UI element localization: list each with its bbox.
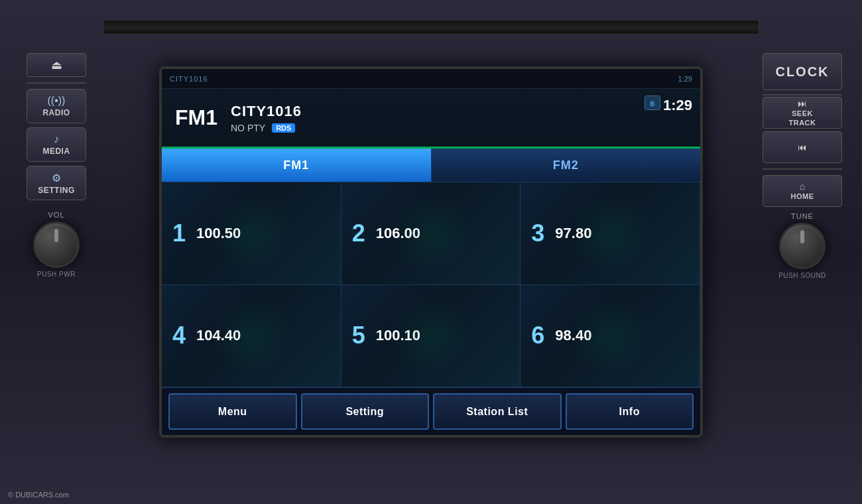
left-panel: ⏏ ((•)) RADIO ♪ MEDIA ⚙ SETTING VOL PUSH…	[13, 53, 99, 278]
right-btn-group: ⏭ SEEKTRACK ⏮ ⌂ HOME	[763, 97, 842, 207]
rds-badge: RDS	[272, 123, 295, 133]
station-name: CITY1016	[231, 103, 687, 120]
bluetooth-icon: ʙ	[645, 95, 660, 110]
screen-header: FM1 CITY1016 NO PTY RDS ʙ 1:29	[162, 89, 700, 149]
watermark: © DUBICARS.com	[8, 491, 69, 499]
radio-button[interactable]: ((•)) RADIO	[27, 89, 86, 123]
tune-knob[interactable]	[779, 223, 826, 269]
station-list-button[interactable]: Station List	[433, 393, 562, 430]
eject-button[interactable]: ⏏	[27, 53, 86, 77]
screen-top-bar: CITY1016 1:29	[162, 69, 700, 89]
divider-1	[27, 82, 86, 84]
preset-4[interactable]: 4 104.40	[162, 285, 341, 388]
seek-track-label: SEEKTRACK	[789, 109, 816, 127]
screen-content: FM1 FM2 1 100.50 2 106.00 3 97.80	[162, 149, 700, 435]
tab-fm1[interactable]: FM1	[162, 149, 431, 182]
tab-fm2[interactable]: FM2	[431, 149, 701, 182]
volume-knob[interactable]	[33, 221, 80, 268]
vol-label: VOL	[48, 211, 64, 219]
preset-freq-5: 100.10	[376, 327, 420, 344]
station-id-small: CITY1016	[170, 75, 208, 83]
no-pty-label: NO PTY	[231, 123, 265, 133]
setting-button-screen[interactable]: Setting	[301, 393, 430, 430]
clock-label: CLOCK	[775, 64, 829, 80]
preset-5[interactable]: 5 100.10	[341, 285, 521, 388]
radio-label: RADIO	[42, 108, 70, 117]
preset-freq-2: 106.00	[376, 225, 420, 242]
menu-button[interactable]: Menu	[168, 393, 297, 430]
setting-label: SETTING	[38, 186, 75, 195]
home-icon: ⌂	[800, 181, 805, 192]
tab-bar: FM1 FM2	[162, 149, 700, 182]
push-pwr-label: PUSH PWR	[37, 271, 76, 278]
preset-freq-6: 98.40	[555, 327, 591, 344]
tune-section: TUNE PUSH SOUND	[778, 212, 826, 279]
seek-back-button[interactable]: ⏮	[763, 131, 842, 163]
media-icon: ♪	[54, 133, 59, 145]
preset-freq-3: 97.80	[555, 225, 591, 242]
setting-icon: ⚙	[52, 172, 61, 184]
preset-2[interactable]: 2 106.00	[341, 182, 521, 285]
fm-badge: FM1	[175, 105, 217, 130]
preset-number-1: 1	[172, 220, 186, 247]
home-button[interactable]: ⌂ HOME	[763, 175, 842, 207]
preset-3[interactable]: 3 97.80	[521, 182, 700, 285]
media-button[interactable]: ♪ MEDIA	[27, 127, 86, 162]
info-button[interactable]: Info	[566, 393, 694, 430]
preset-number-2: 2	[352, 220, 365, 247]
head-unit: ⏏ ((•)) RADIO ♪ MEDIA ⚙ SETTING VOL PUSH…	[0, 0, 862, 504]
time-small-top: 1:29	[678, 75, 692, 83]
preset-number-6: 6	[531, 322, 544, 349]
preset-number-5: 5	[352, 322, 365, 349]
preset-freq-1: 100.50	[196, 225, 241, 242]
preset-number-4: 4	[172, 322, 186, 349]
eject-icon: ⏏	[51, 58, 62, 72]
seek-forward-icon: ⏭	[798, 98, 807, 109]
station-info: CITY1016 NO PTY RDS	[231, 103, 687, 133]
radio-icon: ((•))	[48, 95, 66, 107]
presets-grid: 1 100.50 2 106.00 3 97.80 4 104.40 5 1	[162, 182, 700, 387]
media-label: MEDIA	[42, 147, 70, 156]
cd-slot	[103, 20, 759, 34]
home-label: HOME	[791, 192, 814, 201]
tune-label: TUNE	[791, 212, 814, 220]
preset-number-3: 3	[531, 220, 544, 247]
setting-button-left[interactable]: ⚙ SETTING	[27, 166, 86, 200]
screen-time: 1:29	[663, 97, 692, 114]
seek-back-icon: ⏮	[798, 142, 807, 153]
right-panel: CLOCK ⏭ SEEKTRACK ⏮ ⌂ HOME TUNE PUSH SOU…	[756, 53, 849, 279]
seek-forward-button[interactable]: ⏭ SEEKTRACK	[763, 97, 842, 129]
clock-button[interactable]: CLOCK	[763, 53, 842, 90]
preset-6[interactable]: 6 98.40	[521, 285, 700, 388]
pty-row: NO PTY RDS	[231, 123, 687, 133]
preset-1[interactable]: 1 100.50	[162, 182, 341, 285]
push-sound-label: PUSH SOUND	[778, 272, 826, 279]
main-screen: CITY1016 1:29 FM1 CITY1016 NO PTY RDS ʙ …	[159, 66, 703, 438]
preset-freq-4: 104.40	[196, 327, 241, 344]
vol-section: VOL PUSH PWR	[33, 211, 80, 278]
divider-right-1	[763, 94, 842, 95]
bottom-buttons: Menu Setting Station List Info	[162, 387, 700, 435]
divider-right-2	[763, 168, 842, 170]
